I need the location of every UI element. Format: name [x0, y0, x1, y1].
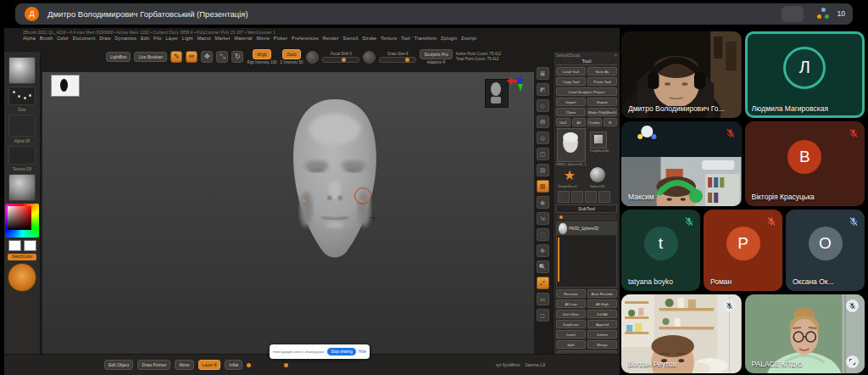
- local-icon[interactable]: ◎: [537, 132, 549, 144]
- all-low-button[interactable]: All Low: [556, 299, 586, 308]
- simplebrush-thumbnail[interactable]: ★: [561, 167, 578, 184]
- subtool-item[interactable]: PM3D_Sphere3D: [557, 222, 616, 236]
- solo-icon[interactable]: ◉: [537, 196, 549, 209]
- rgb-intensity-slider[interactable]: Rgb Intensity 100: [247, 60, 276, 64]
- subtool-scrollbar[interactable]: [558, 238, 559, 282]
- stroke-thumbnail[interactable]: [8, 87, 36, 105]
- goz-all-button[interactable]: All: [572, 118, 587, 126]
- lsym-icon[interactable]: ◫: [537, 148, 549, 160]
- participants-icon[interactable]: [817, 8, 831, 20]
- layer-button[interactable]: Layer 8: [198, 360, 221, 370]
- del-all-button[interactable]: Del All: [587, 310, 617, 318]
- move-canvas-icon[interactable]: ✥: [537, 244, 549, 257]
- duplicate-button[interactable]: Duplicate: [556, 320, 586, 328]
- sculpted-head-model[interactable]: [271, 86, 398, 289]
- merge-button[interactable]: Merge: [587, 340, 617, 349]
- subtool-slider[interactable]: [556, 215, 617, 220]
- tool-thumb-small[interactable]: [558, 191, 570, 203]
- split-button[interactable]: Split: [556, 340, 586, 349]
- bpr-icon[interactable]: ▣: [537, 67, 549, 80]
- stop-sharing-button[interactable]: Stop sharing: [327, 348, 355, 355]
- slider-knob[interactable]: [284, 363, 288, 367]
- edit-icon[interactable]: ✎: [170, 51, 182, 63]
- current-tool-thumbnail[interactable]: [557, 128, 586, 162]
- append-button[interactable]: Append: [587, 320, 617, 328]
- subtool-list[interactable]: PM3D_Sphere3D: [556, 221, 617, 288]
- participant-tile-bohdan[interactable]: Богдан Реутов: [621, 294, 742, 373]
- sculptris-pro-button[interactable]: Sculptris Pro: [420, 49, 452, 59]
- adaptive-label[interactable]: Adaptive R: [427, 60, 446, 64]
- import-button[interactable]: Import: [556, 98, 586, 106]
- ghost-icon[interactable]: ▧: [537, 180, 549, 193]
- sphere3d-thumbnail[interactable]: [590, 167, 605, 182]
- zscript-tab[interactable]: DefaultZScript: [556, 53, 581, 58]
- render-icon[interactable]: ◩: [537, 83, 549, 96]
- main-color-swatch[interactable]: [8, 240, 21, 251]
- subtool-section-header[interactable]: SubTool: [556, 204, 617, 213]
- transp-icon[interactable]: ▨: [537, 164, 549, 176]
- persp-icon[interactable]: ◇: [537, 99, 549, 112]
- hide-link[interactable]: Hide: [359, 350, 366, 354]
- participant-tile-liudmyla[interactable]: Л Людмила Магировская: [745, 31, 865, 118]
- save-as-button[interactable]: Save As: [587, 67, 617, 76]
- edit-object-button[interactable]: Edit Object: [104, 360, 133, 370]
- participant-tile-viktoriia[interactable]: В Вікторія Красуцька: [745, 121, 865, 206]
- copy-tool-button[interactable]: Copy Tool: [556, 77, 586, 86]
- alpha-thumbnail[interactable]: [8, 115, 36, 137]
- polymesh3d-thumbnail[interactable]: [590, 132, 607, 148]
- participant-tile-roman[interactable]: Р Роман: [704, 210, 782, 291]
- scale-icon[interactable]: ⤡: [216, 51, 228, 63]
- current-material-preview[interactable]: [8, 263, 36, 292]
- toolbar-button[interactable]: [782, 6, 804, 22]
- goz-button[interactable]: GoZ: [556, 118, 570, 126]
- sym-mirror-label[interactable]: xyz SymMirror: [496, 363, 520, 367]
- goz-visible-button[interactable]: Visible: [587, 118, 602, 126]
- aahalf-icon[interactable]: ◻: [537, 309, 549, 322]
- fullscreen-icon[interactable]: [846, 355, 859, 368]
- draw-size-knob[interactable]: [363, 51, 376, 64]
- move-icon[interactable]: ✥: [201, 51, 213, 63]
- live-boolean-button[interactable]: Live Boolean: [134, 52, 167, 62]
- focal-shift-knob[interactable]: [306, 51, 319, 64]
- zoom-canvas-icon[interactable]: 🔍: [537, 260, 549, 273]
- move-button[interactable]: Move: [175, 360, 193, 370]
- participant-tile-maksym[interactable]: Максим: [621, 121, 742, 206]
- participant-tile-tatyana[interactable]: t tatyana boyko: [621, 210, 700, 291]
- frame-icon[interactable]: ⬚: [537, 228, 549, 241]
- zbrush-canvas[interactable]: [42, 72, 534, 354]
- draw-pointer-button[interactable]: Draw Pointer: [137, 360, 170, 370]
- mrgb-button[interactable]: Mrgb: [253, 49, 270, 59]
- load-sculptris-project-button[interactable]: Load Sculptris Project: [556, 87, 617, 96]
- actual-size-icon[interactable]: ▭: [537, 293, 549, 305]
- tool-thumb-small[interactable]: [571, 191, 583, 203]
- xpose-icon[interactable]: ⇲: [537, 212, 549, 225]
- slider-knob[interactable]: [247, 363, 251, 367]
- zbrush-menu-bar[interactable]: Alpha Brush Color Document Draw Dynamics…: [23, 36, 543, 41]
- load-tool-button[interactable]: Load Tool: [556, 67, 586, 76]
- del-other-button[interactable]: Del Other: [556, 310, 586, 318]
- clone-button[interactable]: Clone: [556, 108, 586, 116]
- draw-icon[interactable]: ✏: [186, 51, 198, 63]
- participant-tile-dmytro[interactable]: Дмитро Володимирович Го...: [621, 31, 742, 118]
- insert-button[interactable]: Insert: [556, 330, 586, 339]
- all-high-button[interactable]: All High: [587, 299, 617, 308]
- auto-reorder-button[interactable]: Auto Reorder: [587, 289, 617, 298]
- make-polymesh3d-button[interactable]: Make PolyMesh3D: [587, 108, 617, 116]
- secondary-color-swatch[interactable]: [24, 240, 36, 251]
- panel-menu-icon[interactable]: ≡: [615, 53, 617, 58]
- material-thumbnail[interactable]: [8, 174, 36, 201]
- participant-tile-oksana[interactable]: О Оксана Ок...: [786, 210, 865, 291]
- color-picker[interactable]: [5, 204, 39, 238]
- brush-thumbnail[interactable]: [8, 57, 36, 84]
- scale-canvas-icon[interactable]: ⤢: [537, 277, 549, 289]
- floor-icon[interactable]: ▤: [537, 115, 549, 128]
- lightbox-button[interactable]: LightBox: [106, 52, 131, 62]
- tool-palette-header[interactable]: Tool: [556, 58, 617, 65]
- focal-shift-slider[interactable]: [322, 57, 359, 63]
- texture-thumbnail[interactable]: [8, 146, 36, 165]
- inflat-button[interactable]: Inflat: [225, 360, 242, 370]
- gamma-label[interactable]: Gamma 1.8: [525, 363, 545, 367]
- participant-tile-palace[interactable]: PALACE КПДЮ: [745, 294, 865, 373]
- goz-r-button[interactable]: R: [604, 118, 618, 126]
- paste-tool-button[interactable]: Paste Tool: [587, 77, 617, 86]
